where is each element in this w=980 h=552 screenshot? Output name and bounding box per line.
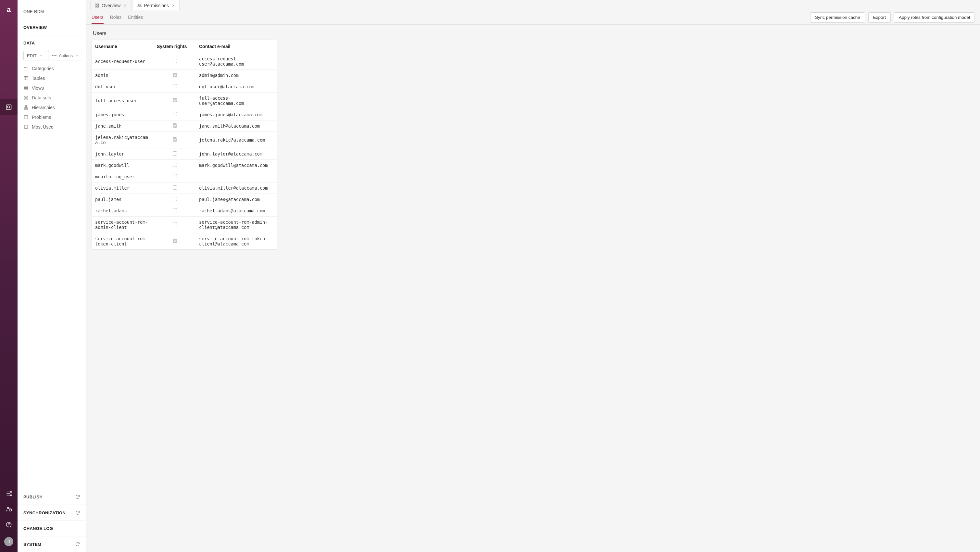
chevron-down-icon — [75, 54, 79, 57]
checkbox-icon[interactable] — [173, 208, 177, 212]
rail-search-icon[interactable] — [0, 99, 18, 115]
checkbox-icon[interactable] — [173, 197, 177, 201]
main-area: Overview × Permissions × Users Roles Ent… — [86, 0, 980, 552]
cell-username: dqf-user — [92, 81, 154, 92]
table-row[interactable]: john.taylorjohn.taylor@ataccama.com — [92, 148, 277, 160]
user-avatar[interactable]: J — [4, 537, 13, 546]
checkbox-icon[interactable] — [173, 137, 177, 142]
tab-overview[interactable]: Overview × — [90, 0, 132, 10]
svg-point-4 — [7, 507, 9, 509]
cell-system-rights — [154, 148, 196, 160]
sidebar-publish[interactable]: PUBLISH — [18, 489, 86, 504]
table-row[interactable]: james.jonesjames.jones@ataccama.com — [92, 109, 277, 121]
apply-roles-button[interactable]: Apply roles from configuration model — [894, 12, 975, 23]
sidebar-item-datasets[interactable]: Data sets — [23, 93, 80, 103]
col-contact-email[interactable]: Contact e-mail — [196, 40, 277, 53]
sidebar-item-most-used[interactable]: Most Used — [23, 122, 80, 132]
sync-icon[interactable] — [75, 494, 80, 500]
checkbox-icon[interactable] — [173, 151, 177, 156]
table-row[interactable]: jelena.rakic@ataccama.cojelena.rakic@ata… — [92, 132, 277, 148]
actions-dropdown-label: Actions — [59, 53, 73, 58]
table-row[interactable]: paul.jamespaul.james@ataccama.com — [92, 194, 277, 205]
table-row[interactable]: rachel.adamsrachel.adams@ataccama.com — [92, 205, 277, 216]
bookmark-icon — [23, 124, 29, 130]
svg-point-19 — [138, 4, 139, 5]
svg-rect-8 — [24, 76, 28, 80]
cell-username: olivia.miller — [92, 183, 154, 194]
grid-icon — [23, 85, 29, 91]
checkbox-icon[interactable] — [173, 59, 177, 63]
sync-icon[interactable] — [75, 542, 80, 547]
checkbox-icon[interactable] — [173, 73, 177, 77]
cell-system-rights — [154, 233, 196, 250]
table-row[interactable]: adminadmin@admin.com — [92, 70, 277, 81]
rail-help-icon[interactable] — [0, 517, 18, 533]
checkbox-icon[interactable] — [173, 112, 177, 116]
checkbox-icon[interactable] — [173, 84, 177, 88]
table-row[interactable]: olivia.millerolivia.miller@ataccama.com — [92, 183, 277, 194]
close-icon[interactable]: × — [123, 3, 127, 8]
rail-permissions-icon[interactable] — [0, 501, 18, 517]
cell-system-rights — [154, 132, 196, 148]
checkbox-icon[interactable] — [173, 222, 177, 226]
sidebar-item-tables[interactable]: Tables — [23, 73, 80, 83]
checkbox-icon[interactable] — [173, 185, 177, 189]
checkbox-icon[interactable] — [173, 98, 177, 102]
permissions-icon — [137, 3, 142, 8]
table-row[interactable]: mark.goodwillmark.goodwill@ataccama.com — [92, 160, 277, 171]
sync-cache-button[interactable]: Sync permission cache — [810, 12, 865, 23]
checkbox-icon[interactable] — [173, 174, 177, 178]
tab-permissions[interactable]: Permissions × — [133, 0, 180, 10]
checkbox-icon[interactable] — [173, 163, 177, 167]
cell-email: jane.smith@ataccama.com — [196, 121, 277, 132]
sidebar-item-views[interactable]: Views — [23, 83, 80, 93]
workspace-title: ONE RDM — [18, 0, 86, 20]
rail-settings-icon[interactable] — [0, 486, 18, 501]
cell-email — [196, 171, 277, 183]
export-button[interactable]: Export — [868, 12, 891, 23]
actions-dropdown[interactable]: ••• Actions — [48, 51, 82, 60]
svg-point-7 — [9, 526, 9, 527]
cell-email: full-access-user@ataccama.com — [196, 92, 277, 109]
table-row[interactable]: access-request-useraccess-request-user@a… — [92, 53, 277, 70]
svg-rect-0 — [6, 105, 11, 110]
table-row[interactable]: service-account-rdm-token-clientservice-… — [92, 233, 277, 250]
cell-username: access-request-user — [92, 53, 154, 70]
close-icon[interactable]: × — [172, 3, 175, 8]
edit-dropdown[interactable]: EDIT — [23, 51, 46, 60]
sidebar-overview[interactable]: OVERVIEW — [18, 20, 86, 35]
sidebar-synchronization[interactable]: SYNCHRONIZATION — [18, 504, 86, 520]
sidebar-item-categories[interactable]: Categories — [23, 64, 80, 73]
table-row[interactable]: service-account-rdm-admin-clientservice-… — [92, 216, 277, 233]
tab-label: Overview — [102, 3, 121, 8]
sidebar-item-problems[interactable]: Problems — [23, 112, 80, 122]
table-row[interactable]: monitoring_user — [92, 171, 277, 183]
sidebar-system[interactable]: SYSTEM — [18, 536, 86, 552]
cell-email: dqf-user@ataccama.com — [196, 81, 277, 92]
sidebar-item-hierarchies[interactable]: Hierarchies — [23, 103, 80, 112]
app-logo: a — [4, 6, 13, 15]
col-system-rights[interactable]: System rights — [154, 40, 196, 53]
cell-email: jelena.rakic@ataccama.com — [196, 132, 277, 148]
cell-username: monitoring_user — [92, 171, 154, 183]
cell-email: access-request-user@ataccama.com — [196, 53, 277, 70]
checkbox-icon[interactable] — [173, 123, 177, 127]
sidebar-data-header[interactable]: DATA — [18, 35, 86, 51]
subtab-roles[interactable]: Roles — [110, 11, 122, 24]
sync-icon[interactable] — [75, 510, 80, 515]
table-row[interactable]: full-access-userfull-access-user@ataccam… — [92, 92, 277, 109]
cell-system-rights — [154, 216, 196, 233]
col-username[interactable]: Username — [92, 40, 154, 53]
checkbox-icon[interactable] — [173, 239, 177, 243]
svg-point-3 — [10, 495, 11, 495]
svg-rect-16 — [97, 3, 99, 5]
subtab-entities[interactable]: Entities — [128, 11, 143, 24]
svg-rect-12 — [27, 108, 28, 110]
hierarchy-icon — [23, 105, 29, 110]
subtab-users[interactable]: Users — [92, 11, 103, 24]
table-row[interactable]: jane.smithjane.smith@ataccama.com — [92, 121, 277, 132]
sidebar-change-log[interactable]: CHANGE LOG — [18, 520, 86, 536]
cell-system-rights — [154, 70, 196, 81]
table-row[interactable]: dqf-userdqf-user@ataccama.com — [92, 81, 277, 92]
cell-email: james.jones@ataccama.com — [196, 109, 277, 121]
